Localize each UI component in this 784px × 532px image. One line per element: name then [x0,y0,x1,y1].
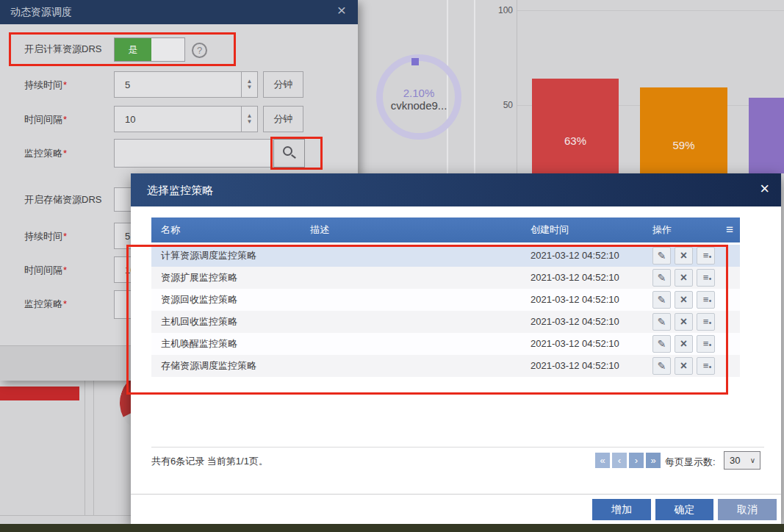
delete-icon: × [680,359,687,372]
table-row[interactable]: 主机唤醒监控策略 2021-03-12 04:52:10 ✎ × ≡ [151,333,740,355]
detail-button[interactable]: ≡ [697,247,715,265]
spinner-down-icon[interactable]: ▼ [247,85,253,90]
delete-icon: × [680,271,687,284]
panel-divider [474,0,475,173]
interval2-label: 时间间隔 [24,265,62,276]
delete-icon: × [680,315,687,328]
column-created[interactable]: 创建时间 [531,218,569,242]
delete-button[interactable]: × [675,247,693,265]
table-row[interactable]: 主机回收监控策略 2021-03-12 04:52:10 ✎ × ≡ [151,311,740,333]
duration1-label: 持续时间 [24,79,62,90]
policy-search-button[interactable] [273,139,305,168]
pencil-icon: ✎ [658,338,666,350]
donut-node-label: cvknode9... [369,99,469,112]
ok-button[interactable]: 确定 [655,499,713,520]
panel-border [0,515,131,516]
select-policy-dialog: 选择监控策略 × 名称 描述 创建时间 操作 ≡ 计算资源调度监控策略 2021… [131,173,781,525]
interval1-label: 时间间隔 [24,114,62,125]
chevron-down-icon: ∨ [750,452,755,469]
required-mark: * [63,231,67,242]
table-row[interactable]: 存储资源调度监控策略 2021-03-12 04:52:10 ✎ × ≡ [151,355,740,377]
pager-last-button[interactable]: » [646,453,661,468]
delete-button[interactable]: × [675,357,693,375]
compute-drs-label: 开启计算资源DRS [24,43,101,56]
duration2-value: 5 [125,231,130,242]
column-ops[interactable]: 操作 [652,218,672,242]
delete-icon: × [680,337,687,350]
policy1-input[interactable] [114,139,271,168]
pager-next-button[interactable]: › [629,453,644,468]
record-summary: 共有6条记录 当前第1/1页。 [151,455,268,468]
select-policy-titlebar: 选择监控策略 × [131,173,781,206]
table-header: 名称 描述 创建时间 操作 ≡ [151,218,740,242]
edit-button[interactable]: ✎ [652,335,671,353]
edit-button[interactable]: ✎ [652,357,671,375]
pager-first-button[interactable]: « [595,453,610,468]
panel-divider [93,381,94,515]
policy1-label: 监控策略 [24,148,62,159]
edit-button[interactable]: ✎ [652,247,671,265]
interval1-spinner[interactable]: ▲ ▼ [241,107,257,132]
duration1-value: 5 [125,79,130,90]
divider [151,447,764,447]
spinner-down-icon[interactable]: ▼ [247,119,253,125]
storage-drs-label: 开启存储资源DRS [24,193,101,206]
y-axis [517,0,517,173]
column-name[interactable]: 名称 [161,218,180,242]
screen: 2.10% cvknode9... 100 50 63% 59% 动态资源调度 … [0,0,784,532]
required-mark: * [63,298,67,309]
panel-divider [84,381,85,515]
bar-orange: 59% [640,87,727,173]
interval1-input[interactable]: 10 ▲ ▼ [114,106,258,132]
detail-eye-icon: ≡ [703,336,709,352]
pencil-icon: ✎ [658,316,666,328]
delete-button[interactable]: × [675,291,693,309]
table-row[interactable]: 计算资源调度监控策略 2021-03-12 04:52:10 ✎ × ≡ [151,245,740,267]
page-size-select[interactable]: 30 ∨ [724,451,760,470]
detail-button[interactable]: ≡ [697,335,715,353]
detail-eye-icon: ≡ [703,358,709,374]
add-button[interactable]: 增加 [592,499,651,520]
close-icon[interactable]: × [337,1,346,19]
policy2-label: 监控策略 [24,298,62,309]
compute-drs-toggle[interactable]: 是 [114,37,185,62]
pencil-icon: ✎ [658,294,666,306]
table-row[interactable]: 资源回收监控策略 2021-03-12 04:52:10 ✎ × ≡ [151,289,740,311]
pencil-icon: ✎ [658,360,666,372]
detail-button[interactable]: ≡ [697,269,715,287]
detail-button[interactable]: ≡ [697,357,715,375]
drs-dialog-title: 动态资源调度 [10,0,72,24]
policy-name: 主机回收监控策略 [161,311,237,333]
policy-name: 资源回收监控策略 [161,289,237,311]
duration1-input[interactable]: 5 ▲ ▼ [114,71,258,98]
table-row[interactable]: 资源扩展监控策略 2021-03-12 04:52:10 ✎ × ≡ [151,267,740,289]
pager-prev-button[interactable]: ‹ [612,453,627,468]
detail-eye-icon: ≡ [703,270,709,286]
edit-button[interactable]: ✎ [652,291,671,309]
hamburger-icon[interactable]: ≡ [726,218,733,242]
delete-button[interactable]: × [675,269,693,287]
select-policy-title: 选择监控策略 [147,173,213,206]
detail-button[interactable]: ≡ [697,313,715,331]
delete-icon: × [680,249,687,262]
background-red-bar [0,387,79,400]
delete-button[interactable]: × [675,335,693,353]
close-icon[interactable]: × [760,179,769,198]
page-size-value: 30 [730,452,740,469]
gridline-100 [517,10,784,11]
bar-purple [749,98,784,173]
required-mark: * [63,265,67,276]
pencil-icon: ✎ [658,250,666,262]
edit-button[interactable]: ✎ [652,313,671,331]
duration1-spinner[interactable]: ▲ ▼ [241,72,257,97]
search-icon [283,146,292,156]
help-icon[interactable]: ? [192,43,207,58]
detail-eye-icon: ≡ [703,292,709,308]
created-time: 2021-03-12 04:52:10 [531,267,619,289]
edit-button[interactable]: ✎ [652,269,671,287]
column-desc[interactable]: 描述 [310,218,329,242]
created-time: 2021-03-12 04:52:10 [531,245,619,267]
delete-button[interactable]: × [675,313,693,331]
cancel-button[interactable]: 取消 [718,499,777,520]
detail-button[interactable]: ≡ [697,291,715,309]
